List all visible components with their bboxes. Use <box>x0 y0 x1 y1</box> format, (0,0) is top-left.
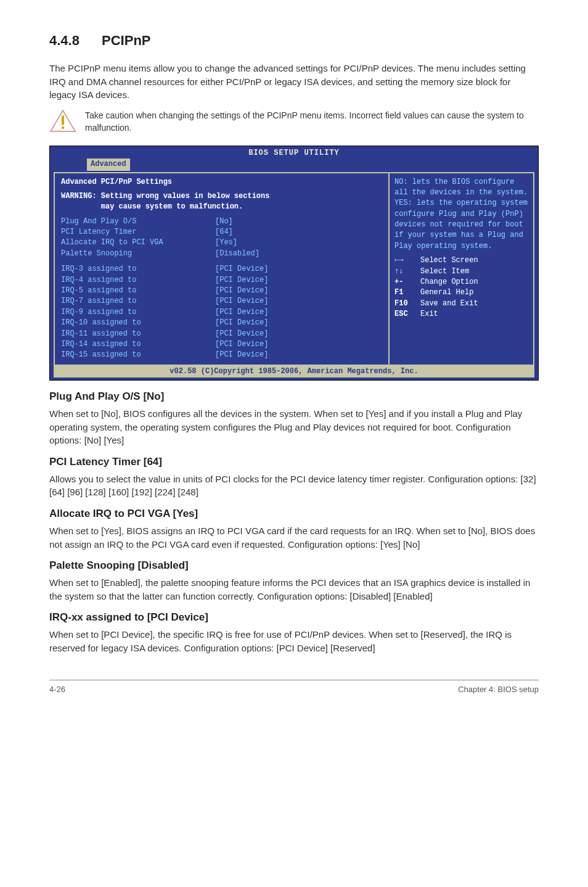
subsection-body: When set to [No], BIOS configures all th… <box>49 407 539 447</box>
section-title: PCIPnP <box>102 33 150 48</box>
bios-setting-value: [No] <box>215 217 233 227</box>
bios-irq-value: [PCI Device] <box>215 264 268 274</box>
bios-irq-value: [PCI Device] <box>215 286 268 296</box>
subsection-title: IRQ-xx assigned to [PCI Device] <box>49 610 539 625</box>
bios-irq-label: IRQ-11 assigned to <box>61 329 215 339</box>
bios-irq-row[interactable]: IRQ-9 assigned to[PCI Device] <box>61 307 382 318</box>
bios-irq-row[interactable]: IRQ-3 assigned to[PCI Device] <box>61 264 382 274</box>
bios-key-desc: Select Screen <box>420 255 478 266</box>
section-number: 4.4.8 <box>49 33 80 48</box>
bios-key-row: ←→Select Screen <box>394 255 528 266</box>
bios-irq-value: [PCI Device] <box>215 329 268 339</box>
bios-setting-value: [64] <box>215 227 233 237</box>
bios-setting-row[interactable]: Allocate IRQ to PCI VGA[Yes] <box>61 237 382 248</box>
section-intro: The PCIPnP menu items allow you to chang… <box>49 62 539 102</box>
bios-irq-row[interactable]: IRQ-4 assigned to[PCI Device] <box>61 275 382 286</box>
bios-footer: v02.58 (C)Copyright 1985-2006, American … <box>54 366 534 377</box>
bios-irq-row[interactable]: IRQ-7 assigned to[PCI Device] <box>61 296 382 307</box>
bios-key-row: +-Change Option <box>394 277 528 287</box>
subsection-body: When set to [Enabled], the palette snoop… <box>49 576 539 603</box>
bios-key: ←→ <box>394 255 420 266</box>
bios-help-panel: NO: lets the BIOS configure all the devi… <box>390 173 534 365</box>
bios-key: ESC <box>394 309 420 320</box>
bios-irq-value: [PCI Device] <box>215 307 268 318</box>
bios-key-desc: Exit <box>420 309 438 320</box>
bios-title: BIOS SETUP UTILITY <box>50 146 538 159</box>
bios-setting-label: PCI Latency Timer <box>61 227 215 237</box>
bios-key: F10 <box>394 299 420 309</box>
bios-subheading: Advanced PCI/PnP Settings <box>61 177 382 188</box>
bios-key-row: ↑↓Select Item <box>394 266 528 277</box>
bios-warning-l2: may cause system to malfunction. <box>61 202 243 211</box>
bios-warning-l1: WARNING: Setting wrong values in below s… <box>61 192 269 200</box>
bios-key-list: ←→Select Screen↑↓Select Item+-Change Opt… <box>394 255 528 320</box>
bios-setting-label: Plug And Play O/S <box>61 217 215 227</box>
bios-warning: WARNING: Setting wrong values in below s… <box>61 191 382 213</box>
section-heading: 4.4.8 PCIPnP <box>49 31 539 51</box>
bios-irq-value: [PCI Device] <box>215 339 268 350</box>
bios-key-desc: Save and Exit <box>420 299 478 309</box>
bios-irq-row[interactable]: IRQ-11 assigned to[PCI Device] <box>61 329 382 339</box>
caution-text: Take caution when changing the settings … <box>85 109 539 134</box>
bios-irq-label: IRQ-10 assigned to <box>61 318 215 328</box>
svg-point-2 <box>62 126 64 129</box>
subsection-title: Allocate IRQ to PCI VGA [Yes] <box>49 506 539 522</box>
bios-irq-label: IRQ-5 assigned to <box>61 286 215 296</box>
bios-irq-label: IRQ-15 assigned to <box>61 350 215 360</box>
bios-setting-row[interactable]: Plug And Play O/S[No] <box>61 217 382 227</box>
subsection-body: Allows you to select the value in units … <box>49 472 539 500</box>
bios-key-row: F1General Help <box>394 287 528 298</box>
bios-key-desc: Change Option <box>420 277 478 287</box>
bios-tab-row: Advanced <box>50 159 538 171</box>
subsection-body: When set to [PCI Device], the specific I… <box>49 628 539 655</box>
bios-key: +- <box>394 277 420 287</box>
bios-setting-row[interactable]: Palette Snooping[Disabled] <box>61 249 382 259</box>
page-number: 4-26 <box>49 684 65 696</box>
bios-irq-value: [PCI Device] <box>215 350 268 360</box>
bios-setting-label: Palette Snooping <box>61 249 215 259</box>
subsection-title: Palette Snooping [Disabled] <box>49 558 539 574</box>
bios-left-panel: Advanced PCI/PnP Settings WARNING: Setti… <box>54 173 390 365</box>
bios-help-text: NO: lets the BIOS configure all the devi… <box>394 177 528 252</box>
bios-irq-label: IRQ-7 assigned to <box>61 296 215 307</box>
bios-setting-value: [Yes] <box>215 237 237 248</box>
bios-key: ↑↓ <box>394 266 420 277</box>
bios-setting-label: Allocate IRQ to PCI VGA <box>61 237 215 248</box>
bios-key-desc: General Help <box>420 287 473 298</box>
bios-irq-value: [PCI Device] <box>215 318 268 328</box>
caution-box: Take caution when changing the settings … <box>49 109 539 134</box>
chapter-label: Chapter 4: BIOS setup <box>458 684 539 696</box>
bios-irq-row[interactable]: IRQ-14 assigned to[PCI Device] <box>61 339 382 350</box>
bios-key-row: F10Save and Exit <box>394 299 528 309</box>
bios-key-desc: Select Item <box>420 266 469 277</box>
bios-setting-row[interactable]: PCI Latency Timer[64] <box>61 227 382 237</box>
bios-irq-row[interactable]: IRQ-15 assigned to[PCI Device] <box>61 350 382 360</box>
page-footer: 4-26 Chapter 4: BIOS setup <box>49 680 539 696</box>
bios-irq-label: IRQ-4 assigned to <box>61 275 215 286</box>
bios-body: Advanced PCI/PnP Settings WARNING: Setti… <box>54 172 534 366</box>
bios-panel: BIOS SETUP UTILITY Advanced Advanced PCI… <box>49 146 539 381</box>
subsection-body: When set to [Yes], BIOS assigns an IRQ t… <box>49 524 539 551</box>
bios-key: F1 <box>394 287 420 298</box>
bios-irq-row[interactable]: IRQ-5 assigned to[PCI Device] <box>61 286 382 296</box>
bios-irq-label: IRQ-14 assigned to <box>61 339 215 350</box>
bios-irq-value: [PCI Device] <box>215 296 268 307</box>
bios-key-row: ESCExit <box>394 309 528 320</box>
bios-tab-advanced[interactable]: Advanced <box>87 159 130 170</box>
subsection-title: Plug And Play O/S [No] <box>49 389 539 405</box>
bios-setting-value: [Disabled] <box>215 249 259 259</box>
bios-irq-row[interactable]: IRQ-10 assigned to[PCI Device] <box>61 318 382 328</box>
bios-irq-label: IRQ-3 assigned to <box>61 264 215 274</box>
caution-icon <box>49 109 76 133</box>
bios-irq-value: [PCI Device] <box>215 275 268 286</box>
subsection-title: PCI Latency Timer [64] <box>49 455 539 470</box>
bios-irq-label: IRQ-9 assigned to <box>61 307 215 318</box>
